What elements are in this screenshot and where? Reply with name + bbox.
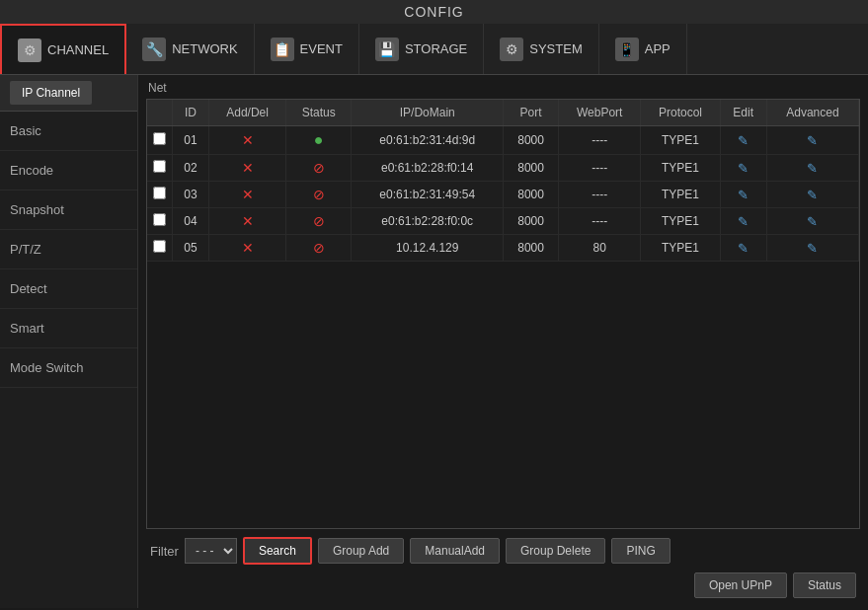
section-label: Net bbox=[146, 81, 860, 95]
edit-icon[interactable]: ✎ bbox=[738, 241, 749, 256]
row-checkbox-cell[interactable] bbox=[147, 126, 173, 155]
open-upnp-button[interactable]: Open UPnP bbox=[694, 572, 787, 598]
row-id: 01 bbox=[173, 126, 209, 155]
advanced-icon[interactable]: ✎ bbox=[807, 161, 818, 176]
advanced-icon[interactable]: ✎ bbox=[807, 214, 818, 229]
col-ip: IP/DoMain bbox=[352, 100, 504, 126]
row-id: 02 bbox=[173, 155, 209, 182]
tab-channel-label: CHANNEL bbox=[47, 42, 109, 57]
row-ip: e0:61:b2:31:4d:9d bbox=[352, 126, 504, 155]
row-advanced[interactable]: ✎ bbox=[766, 126, 858, 155]
table-header-row: ID Add/Del Status IP/DoMain Port WebPort… bbox=[147, 100, 859, 126]
row-advanced[interactable]: ✎ bbox=[766, 155, 858, 182]
row-status: ⊘ bbox=[286, 182, 352, 208]
row-advanced[interactable]: ✎ bbox=[766, 182, 858, 208]
group-add-button[interactable]: Group Add bbox=[318, 538, 404, 564]
filter-select[interactable]: - - - bbox=[185, 538, 237, 564]
row-ip: e0:61:b2:28:f0:14 bbox=[352, 155, 504, 182]
row-edit[interactable]: ✎ bbox=[720, 235, 766, 262]
row-advanced[interactable]: ✎ bbox=[766, 208, 858, 235]
row-checkbox[interactable] bbox=[153, 187, 166, 199]
second-row-btns: Open UPnP Status bbox=[146, 569, 860, 602]
status-offline-icon: ⊘ bbox=[313, 160, 325, 176]
row-checkbox-cell[interactable] bbox=[147, 155, 173, 182]
col-port: Port bbox=[504, 100, 559, 126]
group-delete-button[interactable]: Group Delete bbox=[506, 538, 605, 564]
row-port: 8000 bbox=[504, 155, 559, 182]
table-row: 05 ✕ ⊘ 10.12.4.129 8000 80 TYPE1 ✎ ✎ bbox=[147, 235, 859, 262]
row-checkbox-cell[interactable] bbox=[147, 235, 173, 262]
ping-button[interactable]: PING bbox=[611, 538, 670, 564]
sidebar-sub: IP Channel bbox=[0, 75, 137, 112]
row-edit[interactable]: ✎ bbox=[720, 126, 766, 155]
content-area: Net ID Add/Del Status IP/DoMain Port Web… bbox=[138, 75, 868, 608]
row-add-del: ✕ bbox=[209, 208, 286, 235]
advanced-icon[interactable]: ✎ bbox=[807, 241, 818, 256]
table-container: ID Add/Del Status IP/DoMain Port WebPort… bbox=[146, 99, 860, 529]
row-edit[interactable]: ✎ bbox=[720, 182, 766, 208]
row-checkbox[interactable] bbox=[153, 160, 166, 173]
sidebar-item-ptz[interactable]: P/T/Z bbox=[0, 230, 137, 269]
main-layout: IP Channel Basic Encode Snapshot P/T/Z D… bbox=[0, 75, 868, 608]
row-ip: 10.12.4.129 bbox=[352, 235, 504, 262]
row-webport: ---- bbox=[558, 208, 640, 235]
row-ip: e0:61:b2:31:49:54 bbox=[352, 182, 504, 208]
edit-icon[interactable]: ✎ bbox=[738, 133, 749, 148]
sidebar-item-detect[interactable]: Detect bbox=[0, 269, 137, 309]
sidebar: IP Channel Basic Encode Snapshot P/T/Z D… bbox=[0, 75, 138, 608]
sidebar-item-basic[interactable]: Basic bbox=[0, 112, 137, 151]
row-status: ⊘ bbox=[286, 208, 352, 235]
system-icon: ⚙ bbox=[500, 38, 523, 61]
row-webport: ---- bbox=[558, 182, 640, 208]
edit-icon[interactable]: ✎ bbox=[738, 161, 749, 176]
row-advanced[interactable]: ✎ bbox=[766, 235, 858, 262]
advanced-icon[interactable]: ✎ bbox=[807, 188, 818, 202]
tab-event-label: EVENT bbox=[300, 41, 343, 56]
edit-icon[interactable]: ✎ bbox=[738, 188, 749, 202]
row-checkbox-cell[interactable] bbox=[147, 208, 173, 235]
row-checkbox[interactable] bbox=[153, 132, 166, 145]
row-checkbox[interactable] bbox=[153, 240, 166, 253]
row-protocol: TYPE1 bbox=[641, 208, 720, 235]
row-add-del: ✕ bbox=[209, 235, 286, 262]
row-port: 8000 bbox=[504, 182, 559, 208]
tab-channel[interactable]: ⚙ CHANNEL bbox=[0, 24, 126, 74]
row-checkbox-cell[interactable] bbox=[147, 182, 173, 208]
tab-network[interactable]: 🔧 NETWORK bbox=[126, 24, 254, 74]
ip-channel-button[interactable]: IP Channel bbox=[10, 81, 92, 105]
top-nav: ⚙ CHANNEL 🔧 NETWORK 📋 EVENT 💾 STORAGE ⚙ … bbox=[0, 24, 868, 75]
row-protocol: TYPE1 bbox=[641, 182, 720, 208]
row-port: 8000 bbox=[504, 126, 559, 155]
sidebar-item-encode[interactable]: Encode bbox=[0, 151, 137, 191]
col-edit: Edit bbox=[720, 100, 766, 126]
tab-event[interactable]: 📋 EVENT bbox=[255, 24, 359, 74]
row-edit[interactable]: ✎ bbox=[720, 208, 766, 235]
row-checkbox[interactable] bbox=[153, 213, 166, 226]
col-checkbox bbox=[147, 100, 173, 126]
tab-storage-label: STORAGE bbox=[405, 41, 467, 56]
tab-network-label: NETWORK bbox=[172, 41, 237, 56]
col-webport: WebPort bbox=[558, 100, 640, 126]
row-add-del: ✕ bbox=[209, 155, 286, 182]
sidebar-item-snapshot[interactable]: Snapshot bbox=[0, 191, 137, 230]
tab-system[interactable]: ⚙ SYSTEM bbox=[484, 24, 598, 74]
table-row: 03 ✕ ⊘ e0:61:b2:31:49:54 8000 ---- TYPE1… bbox=[147, 182, 859, 208]
status-button[interactable]: Status bbox=[793, 572, 856, 598]
table-row: 01 ✕ ● e0:61:b2:31:4d:9d 8000 ---- TYPE1… bbox=[147, 126, 859, 155]
tab-storage[interactable]: 💾 STORAGE bbox=[359, 24, 484, 74]
app-icon: 📱 bbox=[615, 38, 639, 61]
row-id: 05 bbox=[173, 235, 209, 262]
sidebar-item-smart[interactable]: Smart bbox=[0, 309, 137, 348]
status-offline-icon: ⊘ bbox=[313, 240, 325, 256]
advanced-icon[interactable]: ✎ bbox=[807, 133, 818, 148]
edit-icon[interactable]: ✎ bbox=[738, 214, 749, 229]
sidebar-item-mode-switch[interactable]: Mode Switch bbox=[0, 348, 137, 388]
row-edit[interactable]: ✎ bbox=[720, 155, 766, 182]
add-del-icon: ✕ bbox=[242, 240, 254, 256]
tab-app[interactable]: 📱 APP bbox=[599, 24, 687, 74]
manual-add-button[interactable]: ManualAdd bbox=[410, 538, 500, 564]
row-id: 03 bbox=[173, 182, 209, 208]
row-status: ● bbox=[286, 126, 352, 155]
search-button[interactable]: Search bbox=[243, 537, 312, 565]
col-protocol: Protocol bbox=[641, 100, 720, 126]
